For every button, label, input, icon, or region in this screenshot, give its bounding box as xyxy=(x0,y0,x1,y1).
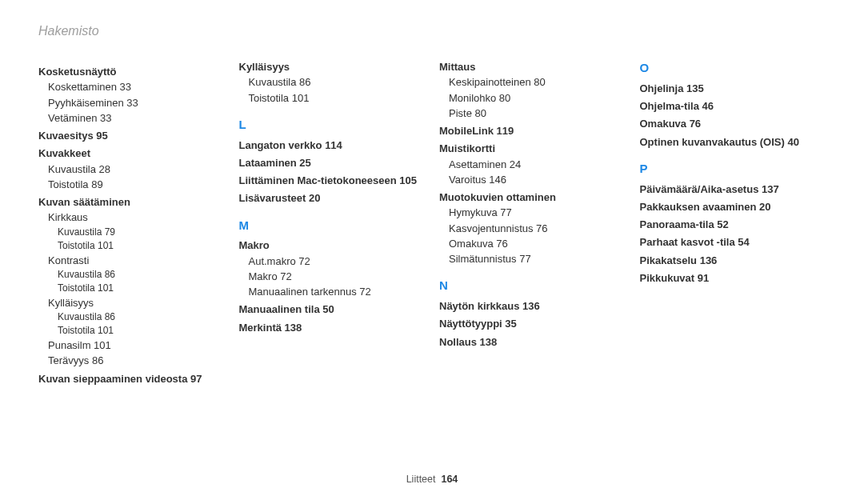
subentry: Silmätunnistus 77 xyxy=(449,253,626,266)
subentry: Vetäminen 33 xyxy=(48,112,225,125)
column-4: O Ohjelinja 135 Ohjelma-tila 46 Omakuva … xyxy=(640,61,826,387)
entry-kyllaisyys: Kylläisyys xyxy=(239,61,426,74)
entry-mittaus: Mittaus xyxy=(439,61,626,74)
footer-page-number: 164 xyxy=(441,474,458,485)
entry-omakuva: Omakuva 76 xyxy=(640,118,826,130)
subentry: Kuvaustila 86 xyxy=(58,269,225,281)
entry-kuvaesitys: Kuvaesitys 95 xyxy=(38,130,225,142)
entry-nollaus: Nollaus 138 xyxy=(439,336,626,349)
subentry: Keskipainotteinen 80 xyxy=(449,76,626,89)
subentry: Toistotila 101 xyxy=(58,282,225,294)
subentry: Aut.makro 72 xyxy=(249,255,426,268)
subentry: Hymykuva 77 xyxy=(449,206,626,219)
entry-nayttotyyppi: Näyttötyyppi 35 xyxy=(439,318,626,330)
subentry: Piste 80 xyxy=(449,107,626,120)
entry-naytonkirkkaus: Näytön kirkkaus 136 xyxy=(439,300,626,313)
subentry-kirkkaus: Kirkkaus xyxy=(48,211,225,224)
letter-M: M xyxy=(239,218,426,234)
letter-P: P xyxy=(640,162,826,177)
subentry: Pyyhkäiseminen 33 xyxy=(48,97,225,110)
subentry: Kuvaustila 86 xyxy=(58,311,225,323)
entry-kuvakkeet: Kuvakkeet xyxy=(38,147,225,160)
entry-panoraama: Panoraama-tila 52 xyxy=(640,218,826,231)
subentry: Toistotila 101 xyxy=(58,240,225,252)
entry-kosketusnaytto: Kosketusnäyttö xyxy=(38,66,225,78)
subentry: Manuaalinen tarkennus 72 xyxy=(249,286,426,298)
entry-pikakatselu: Pikakatselu 136 xyxy=(640,254,826,267)
entry-ohjelinja: Ohjelinja 135 xyxy=(640,82,826,95)
page-title: Hakemisto xyxy=(38,24,826,38)
entry-pakkauksen: Pakkauksen avaaminen 20 xyxy=(640,201,826,214)
entry-lisavarusteet: Lisävarusteet 20 xyxy=(239,192,426,205)
subentry: Koskettaminen 33 xyxy=(48,81,225,94)
subentry: Kuvaustila 79 xyxy=(58,226,225,238)
entry-merkinta: Merkintä 138 xyxy=(239,322,426,334)
column-2: Kylläisyys Kuvaustila 86 Toistotila 101 … xyxy=(239,61,426,387)
subentry: Kuvaustila 86 xyxy=(249,76,426,89)
subentry-kyllaisyys: Kylläisyys xyxy=(48,297,225,310)
letter-L: L xyxy=(239,118,426,133)
subentry: Omakuva 76 xyxy=(449,238,626,250)
entry-parhaat: Parhaat kasvot -tila 54 xyxy=(640,236,826,249)
subentry: Varoitus 146 xyxy=(449,174,626,186)
entry-pikkukuvat: Pikkukuvat 91 xyxy=(640,272,826,285)
subentry: Asettaminen 24 xyxy=(449,158,626,171)
footer: Liitteet 164 xyxy=(0,474,864,485)
subentry: Toistotila 101 xyxy=(58,325,225,337)
subentry: Terävyys 86 xyxy=(48,354,225,367)
index-columns: Kosketusnäyttö Koskettaminen 33 Pyyhkäis… xyxy=(38,61,826,387)
footer-section: Liitteet xyxy=(406,474,436,485)
column-1: Kosketusnäyttö Koskettaminen 33 Pyyhkäis… xyxy=(38,61,225,387)
entry-muistikortti: Muistikortti xyxy=(439,142,626,155)
subentry: Monilohko 80 xyxy=(449,92,626,105)
entry-optinen: Optinen kuvanvakautus (OIS) 40 xyxy=(640,136,826,149)
subentry-kontrasti: Kontrasti xyxy=(48,254,225,267)
subentry: Kuvaustila 28 xyxy=(48,163,225,176)
entry-liittaminen: Liittäminen Mac-tietokoneeseen 105 xyxy=(239,174,426,187)
subentry: Punasilm 101 xyxy=(48,339,225,352)
entry-paivamaara: Päivämäärä/Aika-asetus 137 xyxy=(640,183,826,196)
entry-muotokuvien: Muotokuvien ottaminen xyxy=(439,191,626,204)
subentry: Toistotila 101 xyxy=(249,92,426,105)
entry-lataaminen: Lataaminen 25 xyxy=(239,157,426,170)
entry-kuvansaataminen: Kuvan säätäminen xyxy=(38,196,225,209)
entry-makro: Makro xyxy=(239,239,426,252)
letter-N: N xyxy=(439,278,626,294)
entry-mobilelink: MobileLink 119 xyxy=(439,125,626,138)
subentry: Toistotila 89 xyxy=(48,178,225,191)
subentry: Kasvojentunnistus 76 xyxy=(449,222,626,235)
entry-ohjelmatila: Ohjelma-tila 46 xyxy=(640,100,826,113)
column-3: Mittaus Keskipainotteinen 80 Monilohko 8… xyxy=(439,61,626,387)
entry-manuaalinentila: Manuaalinen tila 50 xyxy=(239,303,426,316)
entry-langaton: Langaton verkko 114 xyxy=(239,139,426,152)
subentry: Makro 72 xyxy=(249,270,426,283)
letter-O: O xyxy=(640,61,826,76)
entry-kuvansieppaaminen: Kuvan sieppaaminen videosta 97 xyxy=(38,373,225,386)
